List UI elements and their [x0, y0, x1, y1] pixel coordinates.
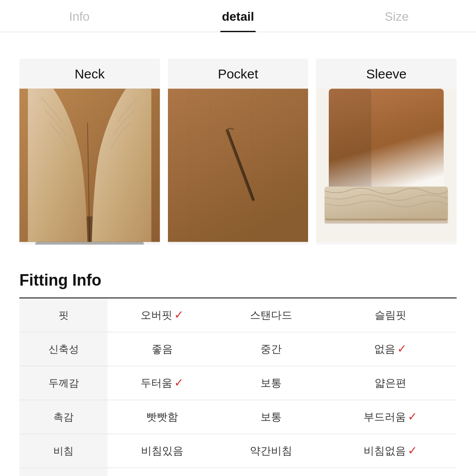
row-label: 무게감	[19, 468, 108, 476]
row-label: 핏	[19, 298, 108, 332]
check-icon: ✓	[408, 444, 417, 457]
sleeve-label: Sleeve	[316, 59, 457, 86]
pocket-image	[168, 86, 309, 245]
pocket-label: Pocket	[168, 59, 309, 86]
row-label: 신축성	[19, 332, 108, 366]
row-col-3: 부드러움✓	[325, 400, 457, 434]
fitting-table: 핏오버핏✓스탠다드슬림핏신축성좋음중간없음✓두께감두터움✓보통얇은편촉감빳빳함보…	[19, 298, 457, 476]
table-row: 핏오버핏✓스탠다드슬림핏	[19, 298, 457, 332]
row-col-1: 있음✓	[108, 468, 217, 476]
tab-size[interactable]: Size	[317, 0, 476, 32]
table-row: 신축성좋음중간없음✓	[19, 332, 457, 366]
check-icon: ✓	[174, 376, 184, 389]
neck-image	[19, 86, 160, 245]
sleeve-card: Sleeve	[316, 59, 457, 245]
tab-navigation: Info detail Size	[0, 0, 476, 32]
fitting-info-title: Fitting Info	[19, 271, 457, 290]
neck-card: Neck	[19, 59, 160, 245]
table-row: 비침비침있음약간비침비침없음✓	[19, 434, 457, 468]
pocket-card: Pocket	[168, 59, 309, 245]
check-icon: ✓	[408, 410, 417, 423]
row-col-2: 중간	[217, 332, 325, 366]
row-col-2: 보통	[217, 366, 325, 400]
svg-rect-13	[329, 89, 372, 199]
row-label: 촉감	[19, 400, 108, 434]
sleeve-image	[316, 86, 457, 245]
detail-cards-section: Neck	[19, 59, 457, 245]
table-row: 촉감빳빳함보통부드러움✓	[19, 400, 457, 434]
row-col-3: 비침없음✓	[325, 434, 457, 468]
row-col-3: 슬림핏	[325, 298, 457, 332]
row-col-1: 빳빳함	[108, 400, 217, 434]
row-col-1: 두터움✓	[108, 366, 217, 400]
check-icon: ✓	[397, 342, 407, 355]
row-col-1: 좋음	[108, 332, 217, 366]
row-label: 두께감	[19, 366, 108, 400]
tab-info[interactable]: Info	[0, 0, 159, 32]
row-col-2: 보통	[217, 468, 325, 476]
neck-label: Neck	[19, 59, 160, 86]
table-row: 무게감있음✓보통가벼움	[19, 468, 457, 476]
row-col-2: 스탠다드	[217, 298, 325, 332]
row-col-3: 얇은편	[325, 366, 457, 400]
row-col-3: 없음✓	[325, 332, 457, 366]
table-row: 두께감두터움✓보통얇은편	[19, 366, 457, 400]
fitting-info-section: Fitting Info 핏오버핏✓스탠다드슬림핏신축성좋음중간없음✓두께감두터…	[19, 271, 457, 476]
row-col-2: 보통	[217, 400, 325, 434]
svg-rect-15	[325, 219, 448, 224]
row-label: 비침	[19, 434, 108, 468]
row-col-2: 약간비침	[217, 434, 325, 468]
row-col-1: 비침있음	[108, 434, 217, 468]
check-icon: ✓	[174, 308, 184, 321]
main-content: Neck	[0, 32, 476, 476]
row-col-1: 오버핏✓	[108, 298, 217, 332]
tab-detail[interactable]: detail	[159, 0, 317, 32]
row-col-3: 가벼움	[325, 468, 457, 476]
